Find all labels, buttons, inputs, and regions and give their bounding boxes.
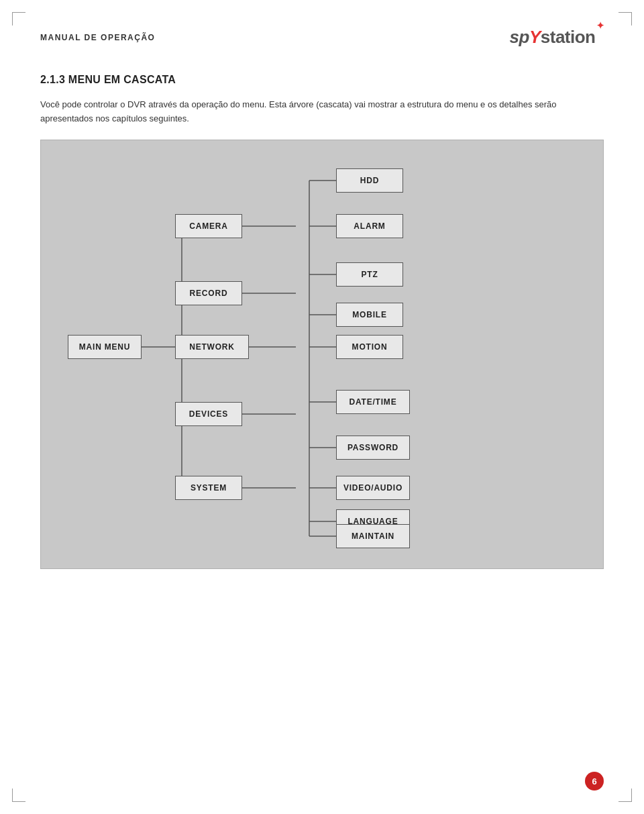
node-alarm: ALARM	[336, 214, 403, 238]
manual-title: MANUAL DE OPERAÇÃO	[40, 33, 155, 42]
node-video-audio: VIDEO/AUDIO	[336, 476, 410, 500]
logo-sp: sp	[510, 27, 529, 48]
corner-mark-tl	[12, 12, 25, 26]
node-main-menu: MAIN MENU	[68, 335, 142, 359]
node-devices: DEVICES	[175, 402, 242, 426]
corner-mark-tr	[619, 12, 632, 26]
node-mobile: MOBILE	[336, 303, 403, 327]
node-password: PASSWORD	[336, 436, 410, 460]
page-number: 6	[585, 772, 604, 791]
section-title-text: MENU EM CASCATA	[68, 74, 176, 85]
node-system: SYSTEM	[175, 476, 242, 500]
logo-station: station	[541, 27, 596, 48]
section-paragraph: Você pode controlar o DVR através da ope…	[40, 98, 604, 126]
corner-mark-br	[619, 788, 632, 802]
node-camera: CAMERA	[175, 214, 242, 238]
section-number: 2.1.3	[40, 74, 65, 85]
section-title: 2.1.3 MENU EM CASCATA	[40, 74, 604, 86]
diagram-area: MAIN MENU CAMERA RECORD NETWORK DEVICES …	[40, 140, 604, 569]
node-maintain: MAINTAIN	[336, 524, 410, 548]
logo: spYstation✦	[510, 27, 604, 48]
node-network: NETWORK	[175, 335, 249, 359]
node-date-time: DATE/TIME	[336, 390, 410, 414]
node-motion: MOTION	[336, 335, 403, 359]
header: MANUAL DE OPERAÇÃO spYstation✦	[40, 27, 604, 48]
corner-mark-bl	[12, 788, 25, 802]
logo-star-icon: ✦	[596, 20, 604, 31]
logo-y: Y	[529, 27, 541, 48]
node-record: RECORD	[175, 281, 242, 305]
node-ptz: PTZ	[336, 262, 403, 287]
section: 2.1.3 MENU EM CASCATA Você pode controla…	[40, 74, 604, 569]
node-hdd: HDD	[336, 168, 403, 193]
